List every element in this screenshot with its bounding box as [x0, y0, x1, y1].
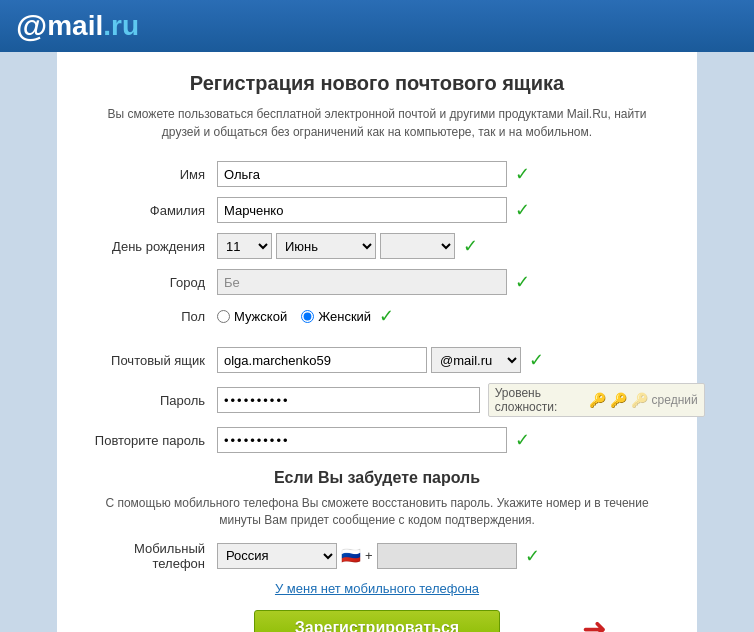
gender-label: Пол [87, 309, 217, 324]
surname-label: Фамилия [87, 203, 217, 218]
surname-row: Фамилия ✓ [87, 197, 667, 223]
password-strength-value: средний [652, 393, 698, 407]
gender-female-option[interactable]: Женский [301, 309, 371, 324]
mailbox-label: Почтовый ящик [87, 353, 217, 368]
key-icon-3: 🔑 [631, 392, 648, 408]
password-field: Уровень сложности: 🔑 🔑 🔑 средний [217, 383, 705, 417]
key-icon-1: 🔑 [589, 392, 606, 408]
phone-plus: + [365, 548, 373, 563]
gender-row: Пол Мужской Женский ✓ [87, 305, 667, 327]
page-subtitle: Вы сможете пользоваться бесплатной элект… [87, 105, 667, 141]
mailbox-domain-select[interactable]: @mail.ru@inbox.ru@list.ru@bk.ru [431, 347, 521, 373]
phone-input[interactable] [377, 543, 517, 569]
logo: @mail.ru [16, 8, 139, 45]
gender-male-label: Мужской [234, 309, 287, 324]
city-check: ✓ [515, 271, 530, 293]
mailbox-field: @mail.ru@inbox.ru@list.ru@bk.ru ✓ [217, 347, 667, 373]
confirm-label: Повторите пароль [87, 433, 217, 448]
no-phone-row: У меня нет мобильного телефона [87, 581, 667, 596]
confirm-check: ✓ [515, 429, 530, 451]
password-section-desc: С помощью мобильного телефона Вы сможете… [87, 495, 667, 529]
phone-country-select[interactable]: Россия [217, 543, 337, 569]
submit-button[interactable]: Зарегистрироваться [254, 610, 500, 632]
key-icon-2: 🔑 [610, 392, 627, 408]
surname-input[interactable] [217, 197, 507, 223]
dob-row: День рождения 12345678910111213141516171… [87, 233, 667, 259]
dob-month-select[interactable]: ЯнварьФевральМартАпрельМайИюньИюльАвгуст… [276, 233, 376, 259]
surname-check: ✓ [515, 199, 530, 221]
password-row: Пароль Уровень сложности: 🔑 🔑 🔑 средний [87, 383, 667, 417]
spacer1 [87, 337, 667, 347]
phone-label: Мобильный телефон [87, 541, 217, 571]
header: @mail.ru [0, 0, 754, 52]
phone-inputs: Россия 🇷🇺 + [217, 543, 517, 569]
city-label: Город [87, 275, 217, 290]
dob-year-select[interactable]: 2010200920082007200620052004200320022001… [380, 233, 455, 259]
confirm-input[interactable] [217, 427, 507, 453]
password-strength-label: Уровень сложности: [495, 386, 585, 414]
confirm-row: Повторите пароль ✓ [87, 427, 667, 453]
confirm-field: ✓ [217, 427, 667, 453]
phone-check: ✓ [525, 545, 540, 567]
mailbox-input[interactable] [217, 347, 427, 373]
dob-field: 1234567891011121314151617181920212223242… [217, 233, 667, 259]
logo-at: @ [16, 8, 47, 45]
gender-check: ✓ [379, 305, 394, 327]
submit-row: Зарегистрироваться ➜ [87, 610, 667, 632]
city-field: ✓ [217, 269, 667, 295]
gender-male-option[interactable]: Мужской [217, 309, 287, 324]
flag-icon: 🇷🇺 [341, 546, 361, 565]
main-container: Регистрация нового почтового ящика Вы см… [57, 52, 697, 632]
city-row: Город ✓ [87, 269, 667, 295]
name-row: Имя ✓ [87, 161, 667, 187]
name-input[interactable] [217, 161, 507, 187]
password-section: Если Вы забудете пароль С помощью мобиль… [87, 469, 667, 529]
phone-field: Россия 🇷🇺 + ✓ [217, 543, 667, 569]
gender-female-label: Женский [318, 309, 371, 324]
password-input[interactable] [217, 387, 480, 413]
city-input[interactable] [217, 269, 507, 295]
no-phone-link[interactable]: У меня нет мобильного телефона [275, 581, 479, 596]
dob-check: ✓ [463, 235, 478, 257]
phone-row: Мобильный телефон Россия 🇷🇺 + ✓ [87, 541, 667, 571]
name-label: Имя [87, 167, 217, 182]
name-check: ✓ [515, 163, 530, 185]
password-strength: Уровень сложности: 🔑 🔑 🔑 средний [488, 383, 705, 417]
gender-options: Мужской Женский [217, 309, 371, 324]
logo-mail: mail [47, 10, 103, 42]
gender-field: Мужской Женский ✓ [217, 305, 667, 327]
mailbox-inputs: @mail.ru@inbox.ru@list.ru@bk.ru [217, 347, 521, 373]
mailbox-row: Почтовый ящик @mail.ru@inbox.ru@list.ru@… [87, 347, 667, 373]
dob-day-select[interactable]: 1234567891011121314151617181920212223242… [217, 233, 272, 259]
gender-male-radio[interactable] [217, 310, 230, 323]
surname-field: ✓ [217, 197, 667, 223]
name-field: ✓ [217, 161, 667, 187]
gender-female-radio[interactable] [301, 310, 314, 323]
mailbox-check: ✓ [529, 349, 544, 371]
logo-ru: .ru [103, 10, 139, 42]
dob-inputs: 1234567891011121314151617181920212223242… [217, 233, 455, 259]
arrow-icon: ➜ [582, 610, 607, 632]
password-section-title: Если Вы забудете пароль [87, 469, 667, 487]
page-title: Регистрация нового почтового ящика [87, 72, 667, 95]
password-label: Пароль [87, 393, 217, 408]
dob-label: День рождения [87, 239, 217, 254]
